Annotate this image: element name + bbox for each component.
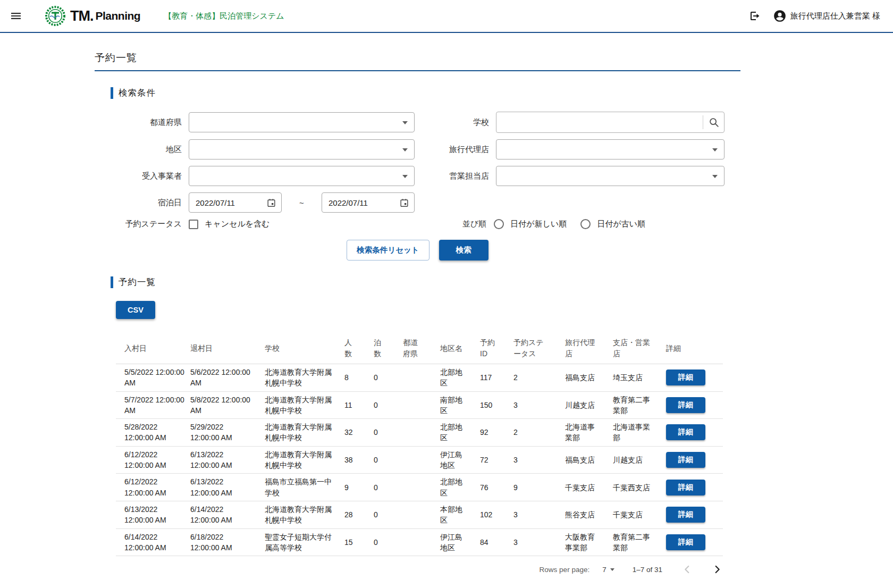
prefecture-select[interactable]	[189, 112, 415, 132]
logout-button[interactable]	[748, 10, 761, 22]
cell-district: 伊江島地区	[440, 528, 480, 556]
sort-order-label: 並び順	[462, 219, 486, 229]
cell-school: 福島市立福島第一中学校	[265, 474, 344, 501]
cell-checkout: 6/13/2022 12:00:00 AM	[190, 474, 265, 501]
cell-nights: 0	[374, 474, 403, 501]
column-header-5: 都道府県	[403, 333, 440, 364]
cell-prefecture	[403, 391, 440, 419]
cell-prefecture	[403, 528, 440, 556]
cell-district: 伊江島地区	[440, 446, 480, 474]
cell-nights: 0	[374, 419, 403, 447]
cell-booking-id: 92	[480, 419, 513, 447]
cell-people: 15	[344, 528, 374, 556]
cell-district: 北部地区	[440, 474, 480, 501]
cell-people: 11	[344, 391, 374, 419]
column-header-8: 予約ステータス	[513, 333, 565, 364]
district-label: 地区	[95, 145, 182, 155]
detail-button[interactable]: 詳細	[666, 507, 705, 523]
detail-button[interactable]: 詳細	[666, 534, 705, 550]
sort-oldest-label: 日付が古い順	[597, 219, 645, 229]
rows-per-page-label: Rows per page:	[540, 566, 590, 574]
sort-oldest-radio[interactable]	[580, 219, 591, 229]
previous-page-button[interactable]	[681, 564, 693, 575]
sort-newest-radio[interactable]	[494, 219, 504, 229]
section-accent-bar	[111, 87, 113, 99]
cell-checkin: 6/13/2022 12:00:00 AM	[116, 501, 190, 528]
cell-people: 8	[344, 364, 374, 392]
cell-school: 北海道教育大学附属札幌中学校	[265, 501, 344, 528]
main-content: 予約一覧 検索条件 都道府県 学校 地区 旅行代理店 受入事業者 営業担当店 宿…	[0, 33, 740, 575]
cell-checkout: 6/13/2022 12:00:00 AM	[190, 446, 265, 474]
calendar-icon	[266, 198, 276, 208]
results-table: 入村日退村日学校人数泊数都道府県地区名予約ID予約ステータス旅行代理店支店・営業…	[116, 333, 723, 556]
cell-prefecture	[403, 419, 440, 447]
stay-date-from-input[interactable]: 2022/07/11	[189, 192, 282, 213]
agency-select[interactable]	[496, 139, 724, 159]
cell-nights: 0	[374, 501, 403, 528]
stay-date-to-value: 2022/07/11	[328, 198, 368, 207]
detail-button[interactable]: 詳細	[666, 369, 705, 385]
next-page-button[interactable]	[711, 564, 723, 575]
cell-school: 北海道教育大学附属札幌中学校	[265, 364, 344, 392]
page-title: 予約一覧	[95, 51, 740, 71]
cell-checkout: 6/18/2022 12:00:00 AM	[190, 528, 265, 556]
cell-checkin: 5/28/2022 12:00:00 AM	[116, 419, 190, 447]
cell-checkin: 6/14/2022 12:00:00 AM	[116, 528, 190, 556]
cell-district: 北部地区	[440, 364, 480, 392]
search-actions: 検索条件リセット 検索	[95, 240, 740, 261]
cell-booking-id: 76	[480, 474, 513, 501]
rows-per-page-value: 7	[602, 566, 606, 574]
detail-button[interactable]: 詳細	[666, 397, 705, 413]
cell-prefecture	[403, 501, 440, 528]
cell-agency: 千葉支店	[565, 474, 613, 501]
chevron-down-icon	[610, 568, 614, 571]
results-section-header: 予約一覧	[111, 276, 740, 288]
detail-button[interactable]: 詳細	[666, 424, 705, 440]
cell-detail: 詳細	[666, 391, 723, 419]
cell-status: 2	[513, 419, 565, 447]
prefecture-label: 都道府県	[95, 117, 182, 128]
reset-button[interactable]: 検索条件リセット	[347, 240, 429, 261]
detail-button[interactable]: 詳細	[666, 452, 705, 468]
menu-button[interactable]	[10, 10, 22, 22]
calendar-icon	[399, 198, 409, 208]
detail-button[interactable]: 詳細	[666, 480, 705, 495]
cell-nights: 0	[374, 446, 403, 474]
cell-agency: 熊谷支店	[565, 501, 613, 528]
csv-button[interactable]: CSV	[116, 301, 155, 319]
stay-date-to-input[interactable]: 2022/07/11	[322, 192, 415, 213]
cell-agency: 福島支店	[565, 446, 613, 474]
column-header-7: 予約ID	[480, 333, 513, 364]
school-search-input[interactable]	[496, 112, 724, 133]
chevron-down-icon	[402, 148, 408, 152]
pagination-range: 1–7 of 31	[633, 566, 662, 574]
cell-detail: 詳細	[666, 419, 723, 447]
cell-checkout: 5/6/2022 12:00:00 AM	[190, 364, 265, 392]
table-header-row: 入村日退村日学校人数泊数都道府県地区名予約ID予約ステータス旅行代理店支店・営業…	[116, 333, 723, 364]
tm-logo-icon	[45, 5, 66, 27]
stay-date-range: 2022/07/11 ~ 2022/07/11	[189, 192, 415, 213]
search-section-title: 検索条件	[119, 87, 156, 99]
cell-people: 9	[344, 474, 374, 501]
operator-select[interactable]	[189, 166, 415, 186]
sales-office-select[interactable]	[496, 166, 724, 186]
cell-branch: 川越支店	[613, 446, 666, 474]
column-header-0: 入村日	[116, 333, 190, 364]
rows-per-page-select[interactable]: 7	[602, 566, 614, 574]
cell-detail: 詳細	[666, 446, 723, 474]
cell-branch: 北海道事業部	[613, 419, 666, 447]
table-row: 6/13/2022 12:00:00 AM6/14/2022 12:00:00 …	[116, 501, 723, 528]
table-row: 6/12/2022 12:00:00 AM6/13/2022 12:00:00 …	[116, 474, 723, 501]
cell-school: 北海道教育大学附属札幌中学校	[265, 391, 344, 419]
sales-office-label: 営業担当店	[422, 171, 489, 181]
district-select[interactable]	[189, 139, 415, 159]
include-cancel-label: キャンセルを含む	[205, 219, 269, 229]
cell-checkin: 5/5/2022 12:00:00 AM	[116, 364, 190, 392]
search-button[interactable]: 検索	[439, 240, 488, 261]
hamburger-icon	[10, 10, 22, 22]
cell-checkin: 6/12/2022 12:00:00 AM	[116, 474, 190, 501]
column-header-3: 人数	[344, 333, 374, 364]
include-cancel-checkbox[interactable]	[189, 220, 198, 229]
cell-checkout: 5/29/2022 12:00:00 AM	[190, 419, 265, 447]
date-separator: ~	[299, 198, 304, 207]
